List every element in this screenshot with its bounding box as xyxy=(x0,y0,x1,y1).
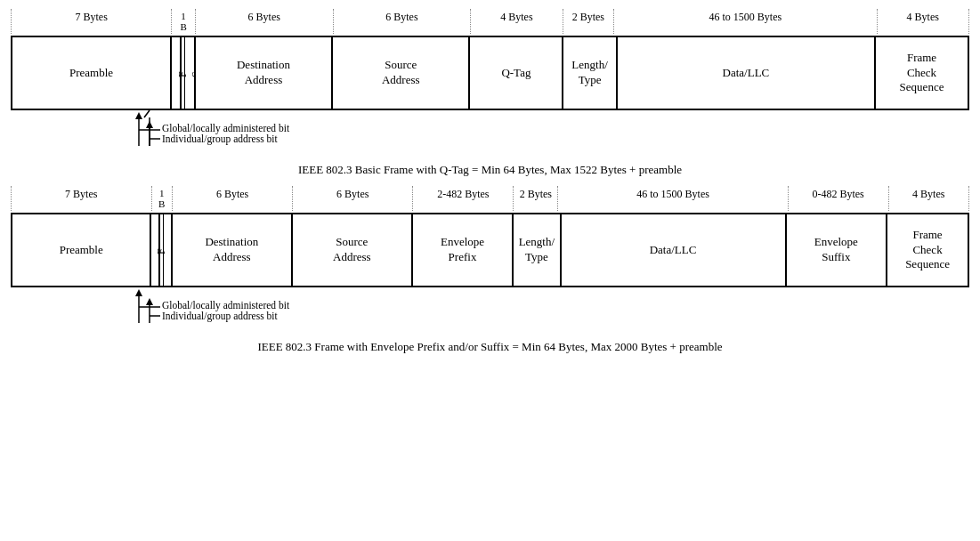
cell-data-2: Data/LLC xyxy=(562,214,787,286)
cell-preamble-1: Preamble xyxy=(12,37,172,109)
annotation-individual-2: Individual/group address bit xyxy=(162,311,278,321)
byte-label-dest: 6 Bytes xyxy=(195,9,333,34)
byte-label-envsfx: 0-482 Bytes xyxy=(788,186,888,211)
byte-label-envpfx: 2-482 Bytes xyxy=(412,186,513,211)
cell-fcs-1: FrameCheckSequence xyxy=(876,37,968,109)
byte-label-qtag: 4 Bytes xyxy=(470,9,562,34)
cell-src-1: SourceAddress xyxy=(333,37,470,109)
cell-data-1: Data/LLC xyxy=(618,37,876,109)
byte-label-fcs-2: 4 Bytes xyxy=(888,186,969,211)
svg-marker-11 xyxy=(135,289,142,296)
cell-dest-2: DestinationAddress xyxy=(173,214,293,286)
annotation-individual-1: Individual/group address bit xyxy=(162,133,278,144)
byte-label-len-2: 2 Bytes xyxy=(513,186,557,211)
cell-preamble-2: Preamble xyxy=(12,214,151,286)
byte-label-sfd-2: 1B xyxy=(151,186,172,211)
cell-len-2: Length/Type xyxy=(514,214,561,286)
byte-label-src-2: 6 Bytes xyxy=(292,186,412,211)
cell-sfd-1: SFD xyxy=(172,37,196,109)
cell-dest-1: DestinationAddress xyxy=(196,37,333,109)
svg-marker-13 xyxy=(146,298,153,305)
cell-envsfx: EnvelopeSuffix xyxy=(787,214,887,286)
diagram2-frame: Preamble SFD DestinationAddress SourceAd… xyxy=(11,213,969,287)
svg-marker-5 xyxy=(135,112,142,119)
cell-fcs-2: FrameCheckSequence xyxy=(887,214,968,286)
byte-label-dest-2: 6 Bytes xyxy=(172,186,292,211)
diagram2-caption: IEEE 802.3 Frame with Envelope Prefix an… xyxy=(11,340,969,354)
byte-label-len: 2 Bytes xyxy=(563,9,613,34)
svg-marker-7 xyxy=(146,121,153,128)
diagram1-frame: Preamble SFD DestinationAddress SourceAd… xyxy=(11,36,969,110)
byte-label-data-2: 46 to 1500 Bytes xyxy=(557,186,787,211)
diagram2: 7 Bytes 1B 6 Bytes 6 Bytes 2-482 Bytes 2… xyxy=(11,186,969,354)
cell-src-2: SourceAddress xyxy=(293,214,413,286)
cell-sfd-2: SFD xyxy=(151,214,172,286)
byte-label-preamble-2: 7 Bytes xyxy=(11,186,151,211)
annotation-global-2: Global/locally administered bit xyxy=(162,300,289,311)
diagram2-annotations: Global/locally administered bit Individu… xyxy=(11,287,969,336)
diagram1-byte-labels: 7 Bytes 1B 6 Bytes 6 Bytes 4 Bytes 2 Byt… xyxy=(11,9,969,34)
annotation-global-1: Global/locally administered bit xyxy=(162,123,289,133)
diagram1-caption: IEEE 802.3 Basic Frame with Q-Tag = Min … xyxy=(11,163,969,177)
byte-label-fcs: 4 Bytes xyxy=(877,9,969,34)
diagram1-annotations: Global/locally administered bit Individu… xyxy=(11,110,969,159)
byte-label-data: 46 to 1500 Bytes xyxy=(613,9,877,34)
cell-qtag: Q-Tag xyxy=(470,37,563,109)
cell-len-1: Length/Type xyxy=(563,37,617,109)
byte-label-preamble: 7 Bytes xyxy=(11,9,171,34)
diagram2-byte-labels: 7 Bytes 1B 6 Bytes 6 Bytes 2-482 Bytes 2… xyxy=(11,186,969,211)
byte-label-src: 6 Bytes xyxy=(333,9,471,34)
diagram1: 7 Bytes 1B 6 Bytes 6 Bytes 4 Bytes 2 Byt… xyxy=(11,9,969,177)
cell-envpfx: EnvelopePrefix xyxy=(413,214,514,286)
byte-label-sfd: 1B xyxy=(171,9,195,34)
